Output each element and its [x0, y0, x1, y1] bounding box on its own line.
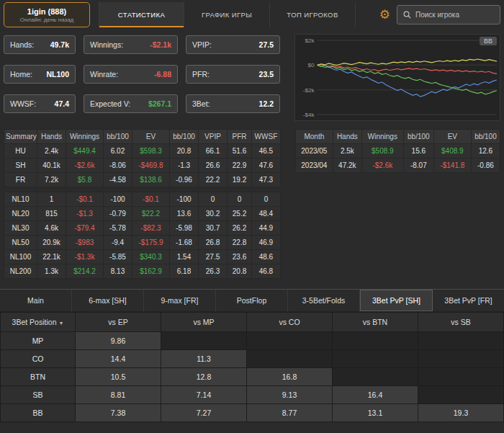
table-cell: -1.3	[170, 159, 199, 173]
matrix-row: BB7.387.278.7713.119.3	[1, 404, 504, 422]
table-cell: 8.13	[104, 264, 132, 279]
stat-label: Expected V:	[90, 99, 130, 108]
table-row: NL5020.9k-$983-9.4-$175.9-1.6826.822.846…	[4, 236, 281, 250]
top-tabs: СТАТИСТИКА ГРАФИК ИГРЫ ТОП ИГРОКОВ	[99, 2, 356, 27]
column-header: Month	[295, 130, 333, 144]
table-cell: -$0.1	[66, 192, 104, 207]
table-cell: 2.5k	[333, 144, 361, 159]
bottom-tab-postflop[interactable]: PostFlop	[216, 290, 288, 311]
column-header[interactable]: vs MP	[161, 313, 247, 332]
table-cell: 20.8	[228, 264, 252, 279]
chart-y-tick: $0	[307, 62, 315, 68]
table-cell: 22.2	[199, 173, 228, 187]
table-cell: HU	[4, 144, 37, 159]
poker-stats-app: 1igin (888) Онлайн: день назад СТАТИСТИК…	[0, 0, 504, 422]
table-cell: NL200	[4, 264, 37, 279]
column-header[interactable]: vs BTN	[333, 313, 418, 332]
table-cell: $340.3	[132, 250, 170, 264]
chart-y-tick: -$4k	[303, 112, 315, 118]
table-cell: 46.8	[252, 264, 281, 279]
position-label: SB	[1, 386, 76, 404]
bottom-tab-3-5bet-folds[interactable]: 3-5Bet/Folds	[288, 290, 360, 311]
sort-icon: ▼	[58, 321, 63, 326]
table-cell: -$469.8	[132, 159, 170, 173]
table-cell: 815	[37, 207, 66, 221]
bottom-section: Main6-max [SH]9-max [FR]PostFlop3-5Bet/F…	[0, 289, 504, 422]
spacer-cell	[4, 187, 281, 192]
table-cell: 7.2k	[37, 173, 66, 187]
player-selector[interactable]: 1igin (888) Онлайн: день назад	[4, 2, 90, 27]
bottom-tab-9-max-fr-[interactable]: 9-max [FR]	[144, 290, 216, 311]
stat-label: WWSF:	[10, 99, 36, 108]
matrix-cell	[418, 350, 504, 368]
table-cell: -$2.6k	[66, 159, 104, 173]
matrix-cell	[247, 350, 333, 368]
matrix-cell: 7.38	[76, 404, 161, 422]
bottom-tab-3bet-pvp-sh-[interactable]: 3Bet PvP [SH]	[360, 290, 433, 311]
table-cell: $22.2	[132, 207, 170, 221]
matrix-cell: 8.81	[76, 386, 161, 404]
stat-value: -6.88	[154, 70, 171, 79]
matrix-row: CO14.411.3	[1, 350, 504, 368]
table-cell: $408.9	[433, 144, 471, 159]
stat-label: Home:	[10, 70, 32, 79]
column-header: PFR	[228, 130, 252, 144]
table-cell: -8.06	[104, 159, 132, 173]
column-header[interactable]: vs SB	[418, 313, 504, 332]
matrix-cell	[333, 368, 418, 386]
stat-label: Winnings:	[90, 40, 123, 49]
matrix-cell	[418, 368, 504, 386]
table-cell: $449.4	[66, 144, 104, 159]
chart-series-yellow	[318, 59, 497, 66]
matrix-cell: 13.1	[333, 404, 418, 422]
matrix-row: MP9.86	[1, 332, 504, 350]
table-cell: $162.9	[132, 264, 170, 279]
tab-statistics[interactable]: СТАТИСТИКА	[99, 2, 184, 27]
table-cell: 6.02	[104, 144, 132, 159]
search-icon	[403, 11, 411, 19]
column-header: bb/100	[471, 130, 500, 144]
settings-gear-icon[interactable]: ⚙	[379, 2, 390, 27]
player-name: 1igin (888)	[12, 7, 82, 16]
column-header[interactable]: vs CO	[247, 313, 333, 332]
table-cell: 30.2	[199, 207, 228, 221]
bottom-tab-3bet-pvp-fr-[interactable]: 3Bet PvP [FR]	[433, 290, 504, 311]
table-cell: $508.9	[361, 144, 403, 159]
table-cell: 15.6	[403, 144, 433, 159]
table-cell: -5.85	[104, 250, 132, 264]
column-header: Winnings	[361, 130, 403, 144]
column-header[interactable]: 3Bet Position▼	[1, 313, 76, 332]
table-cell: NL30	[4, 221, 37, 236]
matrix-cell	[247, 332, 333, 350]
table-cell: 2023/04	[295, 159, 333, 173]
column-header[interactable]: vs EP	[76, 313, 161, 332]
matrix-cell: 9.86	[76, 332, 161, 350]
search-box[interactable]	[397, 5, 500, 24]
stat-box: Winrate:-6.88	[84, 65, 178, 84]
tab-game-graph[interactable]: ГРАФИК ИГРЫ	[184, 2, 270, 27]
table-row: FR7.2k$5.8-4.58$138.6-0.9622.219.247.3	[4, 173, 281, 187]
table-cell: -$175.9	[132, 236, 170, 250]
topbar-spacer	[356, 2, 379, 27]
stat-box: WWSF:47.4	[4, 94, 76, 113]
stat-box: VPIP:27.5	[186, 35, 280, 54]
table-cell: 2023/05	[295, 144, 333, 159]
chart-svg: $2k$0-$2k-$4k	[295, 35, 500, 120]
table-cell: 25.2	[228, 207, 252, 221]
table-cell: NL20	[4, 207, 37, 221]
position-label: CO	[1, 350, 76, 368]
table-cell: 26.3	[199, 264, 228, 279]
table-cell: -$2.6k	[361, 159, 403, 173]
table-cell: 27.5	[199, 250, 228, 264]
table-cell: 46.5	[252, 144, 281, 159]
table-cell: 51.6	[228, 144, 252, 159]
column-header: Summary	[4, 130, 37, 144]
tab-top-players[interactable]: ТОП ИГРОКОВ	[270, 2, 356, 27]
matrix-cell: 10.5	[76, 368, 161, 386]
bottom-tab-main[interactable]: Main	[0, 290, 72, 311]
table-cell: -0.86	[471, 159, 500, 173]
matrix-cell: 12.8	[161, 368, 247, 386]
table-cell: NL100	[4, 250, 37, 264]
bottom-tab-6-max-sh-[interactable]: 6-max [SH]	[72, 290, 144, 311]
search-input[interactable]	[415, 11, 494, 19]
